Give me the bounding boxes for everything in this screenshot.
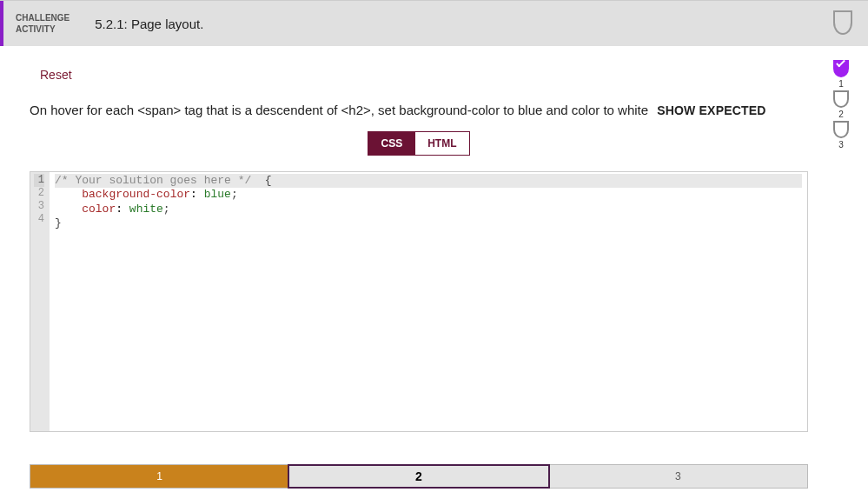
prompt-row: On hover for each <span> tag that is a d… (30, 103, 820, 117)
line-number: 1 (34, 174, 44, 187)
prompt-text: On hover for each <span> tag that is a d… (30, 103, 648, 117)
step-3[interactable]: 3 (549, 465, 807, 488)
tab-css[interactable]: CSS (368, 131, 415, 156)
step-2[interactable]: 2 (288, 464, 549, 489)
shield-icon[interactable] (833, 12, 852, 35)
check-icon (836, 58, 845, 68)
activity-header: CHALLENGE ACTIVITY 5.2.1: Page layout. (0, 1, 868, 46)
code-line: background-color: blue; (55, 188, 238, 201)
activity-badge: CHALLENGE ACTIVITY (3, 12, 82, 35)
progress-item: 1 (833, 62, 849, 89)
progress-sidebar: 1 2 3 (826, 62, 856, 150)
progress-item: 3 (833, 123, 849, 150)
progress-label: 2 (838, 110, 844, 119)
editor-tabs: CSS HTML (17, 131, 820, 156)
line-gutter: 1 2 3 4 (30, 172, 50, 431)
css-value: white (129, 203, 163, 216)
tab-html[interactable]: HTML (415, 131, 469, 156)
comment: /* Your solution goes here */ (55, 174, 251, 187)
progress-label: 3 (838, 140, 844, 150)
show-expected-button[interactable]: SHOW EXPECTED (657, 103, 766, 117)
step-1[interactable]: 1 (30, 465, 288, 488)
progress-shield-icon[interactable] (833, 92, 849, 108)
badge-line-2: ACTIVITY (16, 23, 70, 35)
spacer (203, 1, 833, 46)
line-number: 2 (34, 187, 44, 200)
brace: { (251, 174, 271, 187)
code-editor[interactable]: 1 2 3 4 /* Your solution goes here */ { … (30, 171, 808, 432)
code-area[interactable]: /* Your solution goes here */ { backgrou… (50, 172, 807, 431)
code-line: } (55, 216, 62, 229)
step-nav: 1 2 3 (30, 464, 808, 489)
activity-title: 5.2.1: Page layout. (83, 17, 203, 31)
progress-shield-icon[interactable] (833, 123, 849, 138)
activity-body: Reset On hover for each <span> tag that … (17, 46, 820, 492)
page-root: CHALLENGE ACTIVITY 5.2.1: Page layout. R… (0, 0, 868, 492)
code-line: color: white; (55, 203, 170, 216)
header-left: CHALLENGE ACTIVITY 5.2.1: Page layout. (3, 1, 203, 46)
line-number: 3 (34, 200, 44, 213)
progress-shield-icon[interactable] (833, 62, 849, 77)
css-property: background-color (82, 188, 190, 201)
badge-line-1: CHALLENGE (16, 12, 70, 23)
line-number: 4 (34, 213, 44, 226)
progress-item: 2 (833, 92, 849, 119)
code-line: /* Your solution goes here */ { (55, 174, 802, 188)
css-property: color (82, 203, 116, 216)
css-value: blue (204, 188, 231, 201)
reset-button[interactable]: Reset (40, 68, 72, 82)
progress-label: 1 (838, 79, 844, 89)
